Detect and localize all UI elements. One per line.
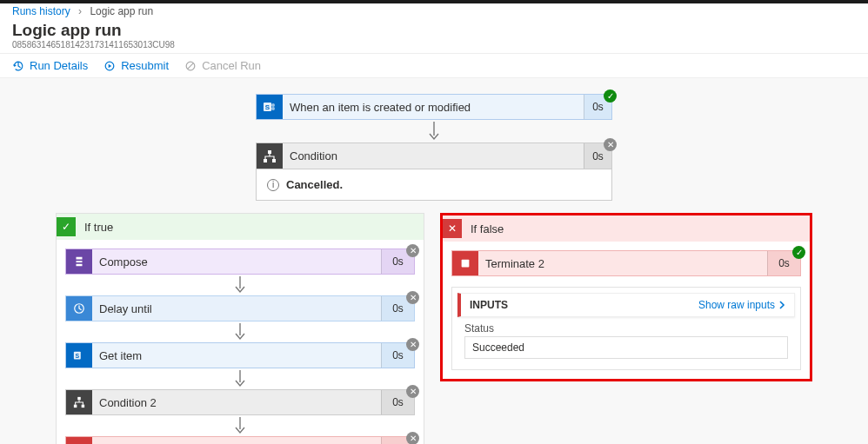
info-icon: i [267, 179, 279, 191]
page-title: Logic app run [12, 21, 856, 40]
compose-step[interactable]: Compose 0s ✕ [65, 249, 415, 275]
svg-rect-8 [268, 150, 271, 154]
svg-rect-10 [272, 159, 276, 162]
condition-step[interactable]: Condition 0s i Cancelled. ✕ [256, 142, 612, 201]
sharepoint-icon: S [257, 95, 283, 119]
run-details-button[interactable]: Run Details [12, 59, 88, 72]
terminate-icon [66, 437, 92, 444]
skip-badge: ✕ [406, 432, 419, 444]
sharepoint-icon: S [66, 343, 92, 368]
history-icon [12, 60, 24, 72]
svg-rect-9 [264, 159, 267, 162]
svg-rect-19 [82, 405, 85, 408]
svg-rect-17 [77, 397, 81, 401]
branch-false-header: ✕ If false [443, 215, 810, 242]
chevron-right-icon: › [78, 5, 82, 17]
svg-text:S: S [265, 103, 270, 111]
skip-badge: ✕ [406, 291, 419, 304]
chevron-right-icon [778, 301, 785, 309]
flow-arrow [256, 120, 612, 142]
condition-message: Cancelled. [286, 178, 343, 191]
terminate-icon [452, 251, 478, 275]
check-icon: ✓ [57, 217, 76, 236]
show-raw-inputs-link[interactable]: Show raw inputs [698, 299, 785, 311]
terminate-step[interactable]: Terminate 0s ✕ [65, 436, 415, 444]
success-badge: ✓ [792, 246, 805, 259]
svg-point-6 [271, 107, 275, 110]
success-badge: ✓ [604, 89, 617, 103]
branch-false: ✕ If false Terminate 2 0s ✓ INPUTS Show … [440, 213, 812, 381]
condition-label: Condition [283, 143, 584, 169]
designer-canvas: S When an item is created or modified 0s… [0, 78, 868, 444]
resubmit-button[interactable]: Resubmit [103, 59, 169, 72]
svg-rect-18 [74, 405, 77, 408]
cancel-run-button: Cancel Run [184, 59, 261, 72]
skip-badge: ✕ [406, 338, 419, 351]
clock-icon [66, 296, 92, 321]
condition2-step[interactable]: Condition 2 0s ✕ [65, 389, 415, 415]
skip-badge: ✕ [406, 244, 419, 257]
run-id: 08586314651814231731411653013CU98 [12, 40, 856, 50]
svg-line-2 [188, 63, 193, 68]
condition-icon [66, 390, 92, 414]
status-key: Status [464, 322, 788, 335]
skip-badge: ✕ [604, 138, 617, 151]
svg-rect-22 [462, 260, 470, 268]
terminate2-step[interactable]: Terminate 2 0s ✓ [451, 250, 801, 276]
breadcrumb: Runs history › Logic app run [0, 3, 868, 19]
branch-true: ✓ If true Compose 0s ✕ Delay until 0s ✕ [56, 213, 424, 444]
replay-icon [103, 60, 116, 72]
flow-arrow [65, 368, 415, 389]
toolbar: Run Details Resubmit Cancel Run [0, 53, 868, 78]
compose-icon [66, 249, 92, 274]
flow-arrow [65, 415, 415, 436]
terminate2-detail-panel: INPUTS Show raw inputs Status Succeeded [451, 287, 801, 370]
breadcrumb-current: Logic app run [90, 5, 153, 17]
cancel-icon [184, 60, 197, 72]
breadcrumb-root[interactable]: Runs history [12, 5, 70, 17]
flow-arrow [65, 275, 415, 295]
delay-until-step[interactable]: Delay until 0s ✕ [65, 295, 415, 321]
close-icon: ✕ [443, 219, 462, 238]
svg-point-5 [271, 103, 275, 107]
get-item-step[interactable]: S Get item 0s ✕ [65, 342, 415, 368]
trigger-step[interactable]: S When an item is created or modified 0s… [256, 94, 612, 120]
skip-badge: ✕ [406, 385, 419, 398]
trigger-label: When an item is created or modified [283, 95, 584, 119]
status-value: Succeeded [464, 336, 788, 359]
svg-text:S: S [75, 353, 79, 359]
condition-icon [257, 143, 283, 169]
branch-true-header: ✓ If true [57, 214, 424, 240]
flow-arrow [65, 321, 415, 342]
inputs-heading: INPUTS [470, 299, 508, 311]
